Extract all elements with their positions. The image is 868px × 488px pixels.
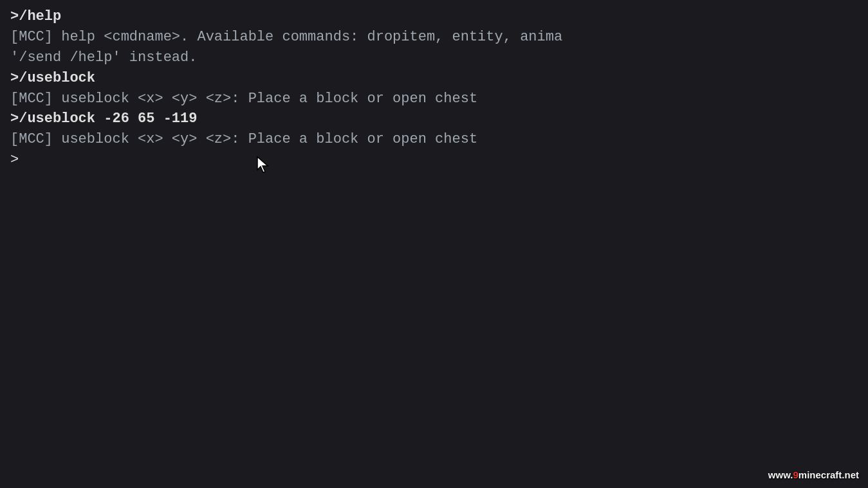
watermark-nine: 9 xyxy=(793,469,798,480)
watermark-www: www. xyxy=(768,469,793,480)
terminal-line-6: >/useblock -26 65 -119 xyxy=(10,109,858,129)
terminal-line-4: >/useblock xyxy=(10,68,858,89)
watermark-domain: .net xyxy=(842,469,859,480)
terminal-content: >/help [MCC] help <cmdname>. Available c… xyxy=(10,6,858,170)
terminal-line-8: > xyxy=(10,150,858,170)
terminal-line-2: [MCC] help <cmdname>. Available commands… xyxy=(10,27,858,48)
terminal-line-1: >/help xyxy=(10,6,858,27)
terminal-line-7: [MCC] useblock <x> <y> <z>: Place a bloc… xyxy=(10,129,858,150)
terminal-line-3: '/send /help' instead. xyxy=(10,48,858,68)
watermark: www.9minecraft.net xyxy=(768,469,859,480)
terminal-window: >/help [MCC] help <cmdname>. Available c… xyxy=(0,0,868,488)
watermark-mine: minecraft xyxy=(799,469,842,480)
terminal-line-5: [MCC] useblock <x> <y> <z>: Place a bloc… xyxy=(10,89,858,109)
